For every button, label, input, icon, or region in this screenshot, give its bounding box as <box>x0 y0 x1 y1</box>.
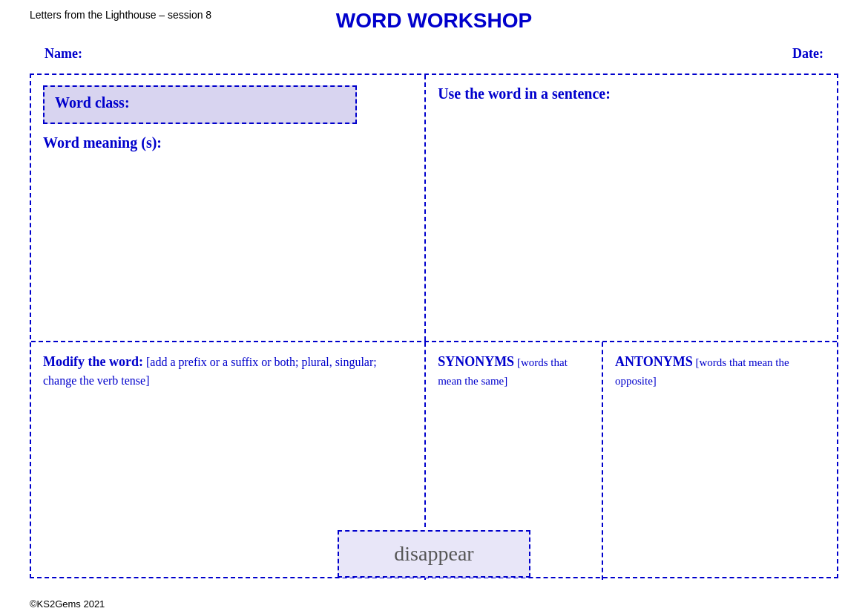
word-class-label: Word class: <box>55 94 130 111</box>
use-word-label: Use the word in a sentence: <box>438 85 825 102</box>
name-date-row: Name: Date: <box>0 39 868 69</box>
page-header: Letters from the Lighthouse – session 8 … <box>0 0 868 33</box>
session-label: Letters from the Lighthouse – session 8 <box>30 9 211 21</box>
center-word-box: disappear <box>338 530 530 578</box>
copyright-label: ©KS2Gems 2021 <box>30 598 105 610</box>
synonyms-bold: SYNONYMS <box>438 354 514 369</box>
modify-bold: Modify the word: <box>43 354 143 369</box>
modify-label: Modify the word: [add a prefix or a suff… <box>43 353 412 390</box>
main-container: Word class: Word meaning (s): Use the wo… <box>30 74 838 578</box>
antonyms-bold: ANTONYMS <box>615 354 693 369</box>
word-class-box: Word class: <box>43 85 357 124</box>
top-right-panel: Use the word in a sentence: <box>426 75 837 341</box>
name-label: Name: <box>45 46 82 62</box>
top-section: Word class: Word meaning (s): Use the wo… <box>31 75 837 342</box>
bottom-right-panel: ANTONYMS [words that mean the opposite] <box>603 342 837 580</box>
word-meaning-label: Word meaning (s): <box>43 134 412 151</box>
main-title: WORD WORKSHOP <box>336 9 532 33</box>
date-label: Date: <box>792 46 823 62</box>
synonyms-label: SYNONYMS [words that mean the same] <box>438 353 590 390</box>
top-left-panel: Word class: Word meaning (s): <box>31 75 426 341</box>
antonyms-label: ANTONYMS [words that mean the opposite] <box>615 353 825 390</box>
footer: ©KS2Gems 2021 <box>30 598 105 610</box>
center-word: disappear <box>394 542 473 565</box>
